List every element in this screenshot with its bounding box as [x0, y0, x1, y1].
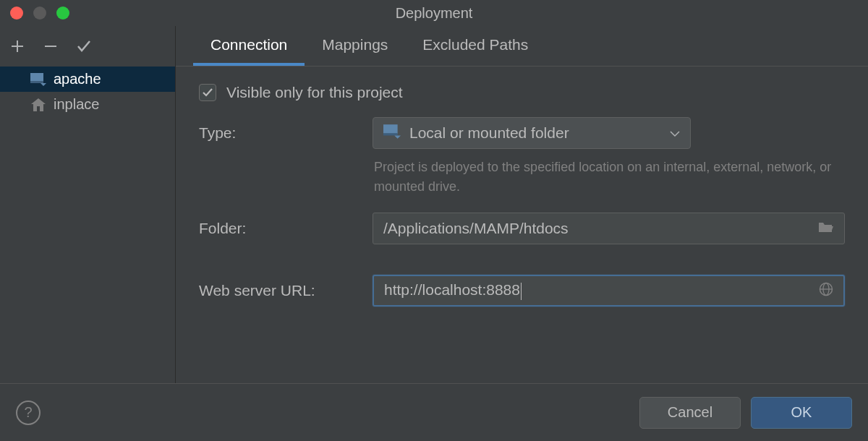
- plus-icon: [9, 38, 26, 55]
- type-label: Type:: [199, 117, 373, 142]
- window-minimize-button[interactable]: [33, 7, 46, 20]
- add-server-button[interactable]: [9, 38, 26, 55]
- sidebar-item-apache[interactable]: apache: [0, 67, 175, 92]
- svg-rect-0: [30, 73, 43, 82]
- sidebar-item-inplace[interactable]: inplace: [0, 92, 175, 117]
- check-icon: [75, 38, 93, 55]
- visible-only-label: Visible only for this project: [226, 84, 403, 101]
- url-label: Web server URL:: [199, 282, 373, 299]
- content-area: apache inplace Connection Mappings Exclu…: [0, 26, 868, 383]
- tab-connection[interactable]: Connection: [193, 26, 305, 66]
- server-web-icon: [30, 72, 46, 87]
- type-helper-text: Project is deployed to the specified loc…: [373, 158, 845, 197]
- home-icon: [30, 98, 46, 112]
- sidebar-item-label: apache: [54, 71, 101, 87]
- folder-value: /Applications/MAMP/htdocs: [383, 220, 818, 237]
- svg-rect-2: [383, 124, 398, 134]
- help-button[interactable]: ?: [16, 401, 41, 425]
- cancel-button[interactable]: Cancel: [639, 397, 741, 429]
- traffic-lights: [0, 7, 69, 20]
- sidebar: apache inplace: [0, 26, 176, 383]
- dialog-footer: ? Cancel OK: [0, 383, 868, 441]
- window-zoom-button[interactable]: [56, 7, 69, 20]
- visible-only-row: Visible only for this project: [199, 84, 845, 101]
- visible-only-checkbox[interactable]: [199, 84, 216, 101]
- svg-rect-3: [383, 133, 398, 135]
- url-value: http://localhost:8888: [384, 281, 819, 299]
- chevron-down-icon: [670, 125, 680, 141]
- svg-rect-1: [30, 81, 43, 83]
- sidebar-toolbar: [0, 26, 175, 67]
- tab-bar: Connection Mappings Excluded Paths: [176, 26, 868, 67]
- window-title: Deployment: [396, 5, 473, 22]
- server-web-icon: [383, 124, 401, 142]
- url-row: Web server URL: http://localhost:8888: [199, 275, 845, 307]
- folder-input[interactable]: /Applications/MAMP/htdocs: [373, 213, 845, 244]
- apply-button[interactable]: [75, 38, 93, 55]
- main-panel: Connection Mappings Excluded Paths Visib…: [176, 26, 868, 383]
- titlebar: Deployment: [0, 0, 868, 26]
- folder-open-icon[interactable]: [818, 220, 834, 237]
- type-select[interactable]: Local or mounted folder: [373, 117, 691, 149]
- globe-icon[interactable]: [819, 282, 833, 300]
- remove-server-button[interactable]: [42, 38, 59, 55]
- text-cursor: [521, 283, 522, 300]
- checkmark-icon: [202, 87, 213, 98]
- sidebar-item-label: inplace: [54, 96, 99, 113]
- ok-button[interactable]: OK: [751, 397, 852, 429]
- type-row: Type: Local or mounted folder Project is…: [199, 117, 845, 197]
- type-value: Local or mounted folder: [409, 124, 661, 142]
- tab-mappings[interactable]: Mappings: [305, 26, 405, 66]
- window-close-button[interactable]: [10, 7, 23, 20]
- tab-excluded-paths[interactable]: Excluded Paths: [405, 26, 545, 66]
- connection-form: Visible only for this project Type: Loca…: [176, 67, 868, 383]
- minus-icon: [42, 38, 59, 55]
- folder-row: Folder: /Applications/MAMP/htdocs: [199, 213, 845, 244]
- folder-label: Folder:: [199, 220, 373, 237]
- server-list: apache inplace: [0, 67, 175, 383]
- url-input[interactable]: http://localhost:8888: [373, 275, 845, 307]
